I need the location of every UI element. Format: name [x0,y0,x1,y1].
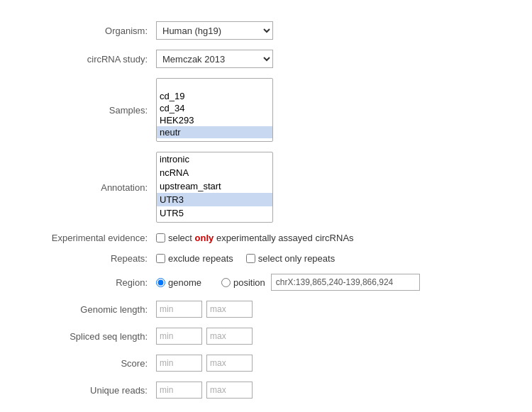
repeats-label: Repeats: [25,253,156,264]
region-radio-group: genome position [156,274,420,291]
position-radio[interactable] [221,278,231,287]
circrna-row: circRNA study: Memczak 2013 Jeck 2013 Sa… [25,50,507,68]
score-label: Score: [25,358,156,369]
spliced-seq-row: Spliced seq length: [25,328,507,345]
genomic-length-max[interactable] [206,301,253,318]
only-highlight: only [195,233,214,243]
organism-label: Organism: [25,26,156,36]
position-radio-text: position [233,277,265,288]
spliced-seq-min[interactable] [156,328,202,345]
annotation-label: Annotation: [25,182,156,193]
genomic-length-min[interactable] [156,301,202,318]
organism-select[interactable]: Human (hg19) Mouse (mm10) Rat (rn6) [156,21,273,40]
samples-label: Samples: [25,105,156,116]
organism-control: Human (hg19) Mouse (mm10) Rat (rn6) [156,21,507,40]
annotation-control: intronic ncRNA upstream_start UTR3 UTR5 [156,152,507,223]
annotation-listbox[interactable]: intronic ncRNA upstream_start UTR3 UTR5 [156,152,273,223]
samples-control: cd_19 cd_34 HEK293 neutr [156,78,507,142]
position-input[interactable] [271,274,420,291]
genome-radio[interactable] [156,278,165,287]
samples-listbox[interactable]: cd_19 cd_34 HEK293 neutr [156,78,273,142]
genomic-length-row: Genomic length: [25,301,507,318]
experimental-text: select only experimentally assayed circR… [168,233,354,243]
circrna-control: Memczak 2013 Jeck 2013 Salzman 2013 [156,50,507,68]
unique-reads-control [156,382,507,399]
unique-reads-label: Unique reads: [25,385,156,396]
select-only-repeats-text: select only repeats [258,253,335,264]
unique-reads-min[interactable] [156,382,202,399]
score-control [156,355,507,372]
genomic-length-control [156,301,507,318]
region-row: Region: genome position [25,274,507,291]
experimental-control: select only experimentally assayed circR… [156,233,507,243]
genomic-length-minmax [156,301,253,318]
unique-reads-max[interactable] [206,382,253,399]
unique-reads-minmax [156,382,253,399]
repeats-control: exclude repeats select only repeats [156,253,507,264]
samples-row: Samples: cd_19 cd_34 HEK293 neutr [25,78,507,142]
exclude-repeats-text: exclude repeats [168,253,233,264]
circrna-select[interactable]: Memczak 2013 Jeck 2013 Salzman 2013 [156,50,273,68]
experimental-label: Experimental evidence: [25,233,156,243]
organism-row: Organism: Human (hg19) Mouse (mm10) Rat … [25,21,507,40]
spliced-seq-minmax [156,328,253,345]
select-only-repeats-checkbox[interactable] [246,254,255,263]
region-label: Region: [25,277,156,288]
experimental-checkbox-label[interactable]: select only experimentally assayed circR… [156,233,354,243]
select-only-repeats-label[interactable]: select only repeats [246,253,335,264]
region-control: genome position [156,274,507,291]
genome-radio-text: genome [168,277,201,288]
score-min[interactable] [156,355,202,372]
unique-reads-row: Unique reads: [25,382,507,399]
circrna-label: circRNA study: [25,54,156,65]
score-minmax [156,355,253,372]
experimental-checkbox[interactable] [156,233,165,243]
spliced-seq-control [156,328,507,345]
position-radio-label[interactable]: position [221,277,265,288]
repeats-group: exclude repeats select only repeats [156,253,335,264]
main-form: Organism: Human (hg19) Mouse (mm10) Rat … [11,14,521,412]
exclude-repeats-label[interactable]: exclude repeats [156,253,233,264]
spliced-seq-max[interactable] [206,328,253,345]
annotation-row: Annotation: intronic ncRNA upstream_star… [25,152,507,223]
experimental-row: Experimental evidence: select only exper… [25,233,507,243]
score-max[interactable] [206,355,253,372]
score-row: Score: [25,355,507,372]
genomic-length-label: Genomic length: [25,304,156,315]
repeats-row: Repeats: exclude repeats select only rep… [25,253,507,264]
spliced-seq-label: Spliced seq length: [25,331,156,342]
genome-radio-label[interactable]: genome [156,277,201,288]
exclude-repeats-checkbox[interactable] [156,254,165,263]
